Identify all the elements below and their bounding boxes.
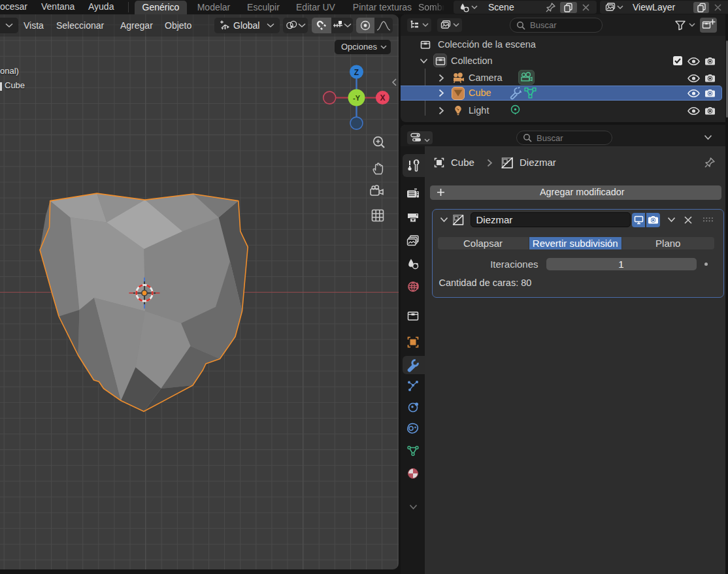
svg-text:X: X	[380, 93, 385, 103]
svg-text:-Y: -Y	[353, 94, 361, 102]
svg-text:Z: Z	[354, 68, 359, 77]
